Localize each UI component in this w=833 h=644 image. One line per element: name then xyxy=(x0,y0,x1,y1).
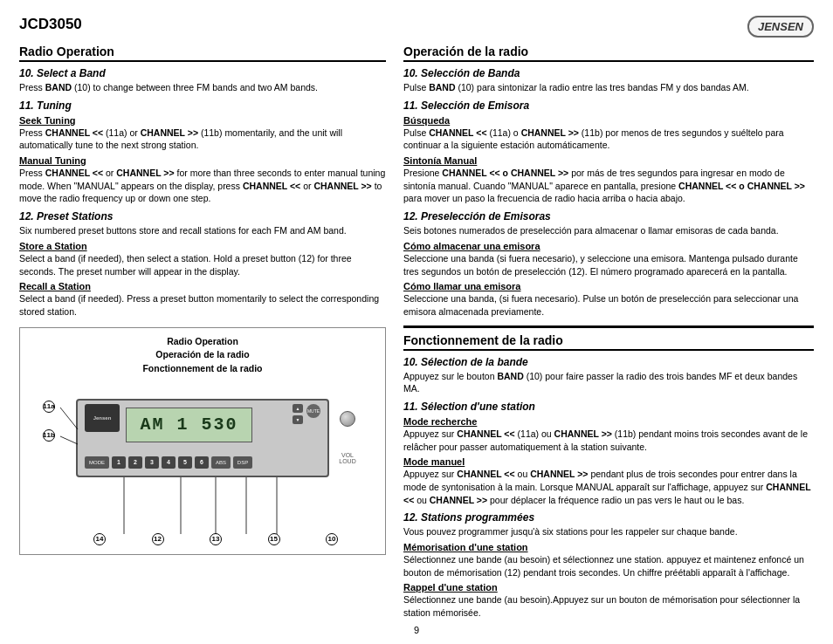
subsection-10-title: 10. Select a Band xyxy=(19,67,386,79)
es-store-text: Seleccione una banda (si fuera necesario… xyxy=(403,252,814,277)
fr-10-title: 10. Sélection de la bande xyxy=(403,356,814,368)
spanish-section: Operación de la radio 10. Selección de B… xyxy=(403,45,814,319)
model-title: JCD3050 xyxy=(19,16,82,33)
radio-display: AM 1 530 xyxy=(126,408,252,442)
es-manual-label: Sintonía Manual xyxy=(403,155,814,166)
es-11-title: 11. Selección de Emisora xyxy=(403,99,814,112)
es-12-intro: Seis botones numerados de preselección p… xyxy=(403,224,814,237)
radio-buttons-row: MODE 1 2 3 4 5 6 ABS DSP xyxy=(85,456,252,469)
es-recall-label: Cómo llamar una emisora xyxy=(403,281,814,291)
radio-diagram: 11a 11b Jensen AM 1 530 xyxy=(41,381,364,547)
right-knobs: VOLLOUD xyxy=(331,399,364,477)
radio-face: Jensen AM 1 530 ▲ ▼ MUTE MO xyxy=(76,399,329,477)
label-13: 13 xyxy=(210,532,222,545)
svg-line-0 xyxy=(60,408,78,429)
es-busqueda-text: Pulse CHANNEL << (11a) o CHANNEL >> (11b… xyxy=(403,127,814,152)
label-14: 14 xyxy=(93,532,106,545)
manual-tuning-label: Manual Tuning xyxy=(19,155,386,166)
subsection-12-title: 12. Preset Stations xyxy=(19,210,386,223)
fr-recherche-text: Appuyez sur CHANNEL << (11a) ou CHANNEL … xyxy=(403,428,814,453)
label-11a: 11a xyxy=(43,401,55,413)
right-column: Operación de la radio 10. Selección de B… xyxy=(403,45,814,621)
fr-12-title: 12. Stations programmées xyxy=(403,511,814,524)
fr-recherche-label: Mode recherche xyxy=(403,416,814,427)
radio-brand-logo: Jensen xyxy=(85,404,120,432)
seek-tuning-label: Seek Tuning xyxy=(19,115,386,126)
left-section-title: Radio Operation xyxy=(19,45,386,62)
french-separator xyxy=(403,325,814,328)
fr-10-text: Appuyez sur le bouton BAND (10) pour fai… xyxy=(403,370,814,395)
page-number: 9 xyxy=(414,625,419,635)
es-12-title: 12. Preselección de Emisoras xyxy=(403,210,814,223)
fr-11-title: 11. Sélection d'une station xyxy=(403,401,814,413)
label-11b: 11b xyxy=(43,429,55,442)
es-10-text: Pulse BAND (10) para sintonizar la radio… xyxy=(403,81,814,94)
svg-line-1 xyxy=(60,436,78,444)
diagram-title: Radio Operation Operación de la radio Fo… xyxy=(27,335,378,376)
recall-station-text: Select a band (if needed). Press a prese… xyxy=(19,292,386,318)
spanish-section-title: Operación de la radio xyxy=(403,45,814,62)
label-15: 15 xyxy=(268,532,280,545)
fr-manuel-label: Mode manuel xyxy=(403,456,814,467)
french-section-title: Fonctionnement de la radio xyxy=(403,333,814,351)
recall-station-label: Recall a Station xyxy=(19,281,386,291)
subsection-10-text: Press BAND (10) to change between three … xyxy=(19,81,386,94)
es-10-title: 10. Selección de Banda xyxy=(403,67,814,79)
fr-12-intro: Vous pouvez programmer jusqu'à six stati… xyxy=(403,525,814,538)
subsection-12-intro: Six numbered preset buttons store and re… xyxy=(19,224,386,237)
es-manual-text: Presione CHANNEL << o CHANNEL >> por más… xyxy=(403,167,814,205)
fr-recall-text: Sélectionnez une bande (au besoin).Appuy… xyxy=(403,593,814,619)
store-station-text: Select a band (if needed), then select a… xyxy=(19,252,386,277)
fr-recall-label: Rappel d'une station xyxy=(403,582,814,593)
fr-store-text: Sélectionnez une bande (au besoin) et sé… xyxy=(403,553,814,579)
fr-store-label: Mémorisation d'une station xyxy=(403,542,814,552)
diagram-box: Radio Operation Operación de la radio Fo… xyxy=(19,327,386,555)
left-column: Radio Operation 10. Select a Band Press … xyxy=(19,45,386,621)
es-store-label: Cómo almacenar una emisora xyxy=(403,241,814,251)
french-section: Fonctionnement de la radio 10. Sélection… xyxy=(403,333,814,620)
brand-logo: JENSEN xyxy=(747,16,814,38)
subsection-11-title: 11. Tuning xyxy=(19,99,386,112)
es-busqueda-label: Búsqueda xyxy=(403,115,814,126)
label-10: 10 xyxy=(326,532,338,545)
store-station-label: Store a Station xyxy=(19,241,386,251)
label-12: 12 xyxy=(152,532,164,545)
es-recall-text: Seleccione una banda, (si fuera necesari… xyxy=(403,292,814,318)
seek-tuning-text: Press CHANNEL << (11a) or CHANNEL >> (11… xyxy=(19,127,386,152)
fr-manuel-text: Appuyez sur CHANNEL << ou CHANNEL >> pen… xyxy=(403,468,814,506)
manual-tuning-text: Press CHANNEL << or CHANNEL >> for more … xyxy=(19,167,386,205)
